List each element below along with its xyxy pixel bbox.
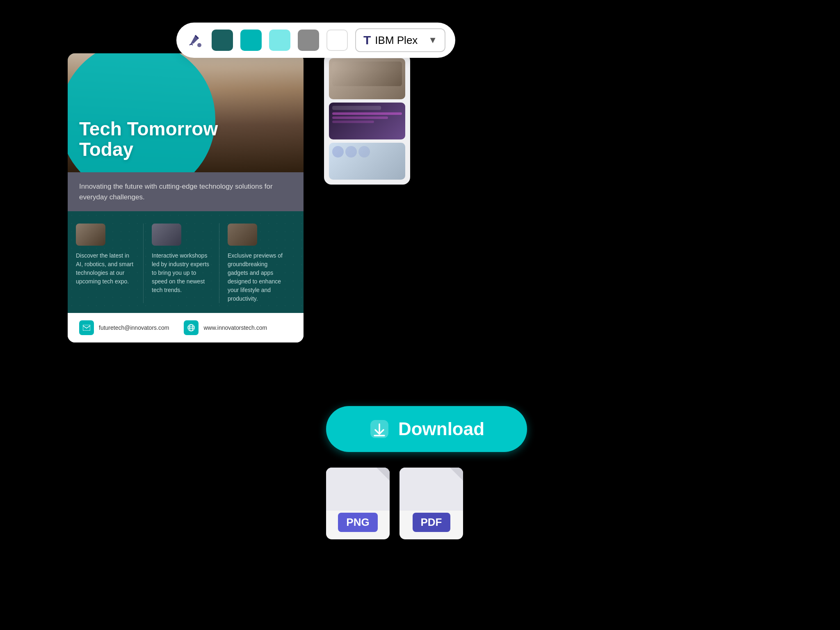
pdf-badge: PDF (413, 513, 450, 532)
pdf-file-card[interactable]: PDF (399, 468, 463, 539)
contact-web-text: www.innovatorstech.com (203, 324, 267, 331)
poster-title: Tech Tomorrow Today (79, 119, 218, 160)
contact-email: futuretech@innovators.com (79, 320, 169, 335)
font-name-label: IBM Plex (375, 34, 418, 47)
feature-col-2: Interactive workshops led by industry ex… (152, 224, 219, 303)
font-t-icon: T (363, 33, 371, 47)
poster-hero: Tech Tomorrow Today (68, 53, 304, 172)
png-card-corner (377, 468, 390, 481)
svg-rect-1 (83, 325, 90, 331)
email-icon-box (79, 320, 94, 335)
poster-subtitle-bar: Innovating the future with cutting-edge … (68, 172, 304, 211)
svg-point-0 (197, 43, 201, 47)
svg-point-3 (189, 324, 193, 331)
feature-thumb-1 (76, 224, 105, 246)
toolbar: T IBM Plex ▼ (176, 23, 455, 58)
preview-slide-3 (329, 143, 405, 180)
features-grid: Discover the latest in AI, robotics, and… (76, 224, 295, 303)
web-icon-box (184, 320, 199, 335)
color-swatch-gray[interactable] (298, 30, 319, 51)
feature-col-3: Exclusive previews of groundbreaking gad… (228, 224, 295, 303)
color-swatch-teal[interactable] (240, 30, 262, 51)
poster-features-section: Discover the latest in AI, robotics, and… (68, 211, 304, 313)
download-button[interactable]: Download (326, 406, 527, 452)
png-file-card[interactable]: PNG (326, 468, 390, 539)
download-button-label: Download (398, 419, 484, 439)
preview-slide-1 (329, 58, 405, 99)
poster-footer: futuretech@innovators.com www.innovators… (68, 313, 304, 342)
preview-panel (324, 53, 410, 185)
feature-thumb-3 (228, 224, 257, 246)
pdf-card-corner (450, 468, 463, 481)
color-swatch-light-cyan[interactable] (269, 30, 290, 51)
color-swatch-white[interactable] (326, 30, 348, 51)
poster-card: Tech Tomorrow Today Innovating the futur… (68, 53, 304, 342)
dropdown-chevron-icon: ▼ (428, 35, 437, 46)
feature-col-1: Discover the latest in AI, robotics, and… (76, 224, 144, 303)
preview-slide-2 (329, 103, 405, 139)
download-icon (369, 418, 390, 440)
feature-text-1: Discover the latest in AI, robotics, and… (76, 251, 136, 286)
color-swatch-dark-teal[interactable] (212, 30, 233, 51)
feature-thumb-2 (152, 224, 181, 246)
feature-text-2: Interactive workshops led by industry ex… (152, 251, 212, 294)
svg-point-2 (188, 324, 194, 331)
font-dropdown[interactable]: T IBM Plex ▼ (355, 28, 445, 52)
poster-title-area: Tech Tomorrow Today (79, 119, 218, 160)
png-badge: PNG (338, 513, 377, 532)
feature-text-3: Exclusive previews of groundbreaking gad… (228, 251, 288, 303)
contact-email-text: futuretech@innovators.com (99, 324, 169, 331)
poster-subtitle: Innovating the future with cutting-edge … (79, 181, 292, 202)
contact-web: www.innovatorstech.com (184, 320, 267, 335)
file-formats: PNG PDF (326, 468, 463, 539)
paint-bucket-icon[interactable] (186, 31, 204, 49)
